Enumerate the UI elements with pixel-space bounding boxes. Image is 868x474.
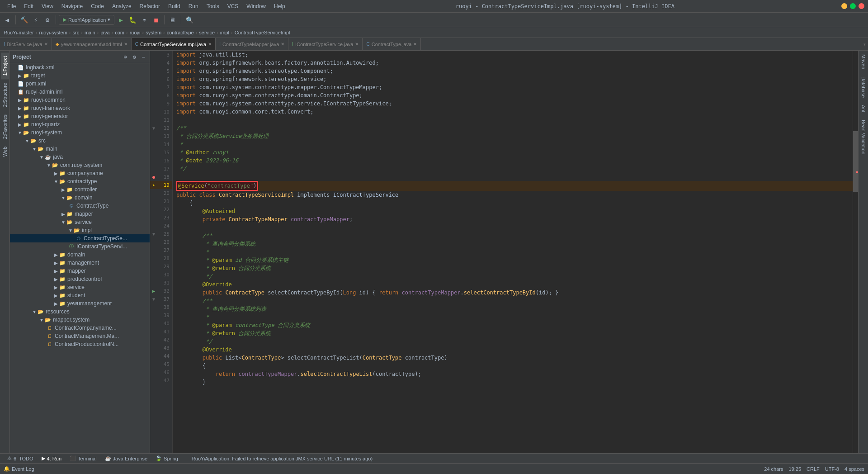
tab-dictservice[interactable]: I DictService.java ✕ — [0, 38, 52, 51]
tree-item-src[interactable]: ▼ 📂 src — [10, 137, 150, 145]
minimize-button[interactable] — [841, 3, 847, 9]
settings-button[interactable]: ⚙ — [42, 14, 53, 25]
panel-icon-settings[interactable]: ⚙ — [131, 53, 138, 61]
tab-contracttypemapper[interactable]: I ContractTypeMapper.java ✕ — [216, 38, 288, 51]
tree-item-main[interactable]: ▼ 📂 main — [10, 145, 150, 153]
sidebar-tab-favorites[interactable]: 2:Favorites — [1, 111, 9, 142]
menu-navigate[interactable]: Navigate — [58, 2, 86, 10]
tree-item-mapper2[interactable]: ▶ 📁 mapper — [10, 267, 150, 275]
rebuild-button[interactable]: ⚡ — [30, 14, 41, 25]
tree-item-mapper-system[interactable]: ▼ 📂 mapper.system — [10, 316, 150, 324]
right-tab-ant[interactable]: Ant — [859, 101, 868, 116]
tree-item-logback[interactable]: 📄 logback.xml — [10, 63, 150, 71]
maximize-button[interactable] — [850, 3, 856, 9]
tree-item-yewumanagement[interactable]: ▶ 📁 yewumanagement — [10, 299, 150, 308]
menu-help[interactable]: Help — [270, 2, 289, 10]
menu-window[interactable]: Window — [243, 2, 269, 10]
breadcrumb-ruoyi-system[interactable]: ruoyi-system — [39, 30, 67, 35]
stop-button[interactable]: ■ — [151, 14, 161, 25]
bottom-tab-terminal[interactable]: ⬛Terminal — [66, 455, 100, 462]
tab-yewumanagement[interactable]: ◆ yewumanagement\add.html ✕ — [52, 38, 132, 51]
tree-item-java[interactable]: ▼ ☕ java — [10, 153, 150, 161]
tree-item-common[interactable]: ▶ 📁 ruoyi-common — [10, 96, 150, 104]
tree-item-service2[interactable]: ▶ 📁 service — [10, 283, 150, 291]
breakpoint-icon[interactable]: ● — [151, 174, 156, 180]
breakpoint-arrow-icon[interactable]: ➤ — [151, 182, 156, 188]
tree-item-domain2[interactable]: ▶ 📁 domain — [10, 251, 150, 259]
tree-item-contractcompanyname[interactable]: 🗒 ContractCompanyname... — [10, 324, 150, 332]
status-event-log[interactable]: 🔔 Event Log — [4, 466, 34, 472]
tree-item-service[interactable]: ▼ 📂 service — [10, 218, 150, 226]
breadcrumb-java[interactable]: java — [100, 30, 109, 35]
run-button[interactable]: ▶ — [115, 14, 126, 25]
menu-vcs[interactable]: VCS — [224, 2, 242, 10]
tree-item-framework[interactable]: ▶ 📁 ruoyi-framework — [10, 104, 150, 112]
tree-item-student[interactable]: ▶ 📁 student — [10, 291, 150, 299]
tree-item-companyname[interactable]: ▶ 📁 companyname — [10, 169, 150, 177]
tree-item-contractproduct[interactable]: 🗒 ContractProductcontrolN... — [10, 340, 150, 348]
right-tab-bean-validation[interactable]: Bean Validation — [859, 116, 868, 158]
fold-icon[interactable]: ▼ — [151, 296, 156, 302]
tab-close-yewu[interactable]: ✕ — [124, 42, 127, 47]
tree-item-impl[interactable]: ▼ 📂 impl — [10, 226, 150, 234]
breadcrumb-src[interactable]: src — [73, 30, 80, 35]
menu-refactor[interactable]: Refactor — [136, 2, 164, 10]
project-tree[interactable]: 📄 logback.xml ▶ 📁 target 📄 pom.xml 📋 ruo… — [10, 63, 150, 453]
tab-close-contracttype[interactable]: ✕ — [413, 42, 417, 47]
tree-item-pom[interactable]: 📄 pom.xml — [10, 80, 150, 88]
run-config-selector[interactable]: ▶ RuoYiApplication ▾ — [59, 15, 114, 25]
breadcrumb-class[interactable]: ContractTypeServiceImpl — [235, 30, 290, 35]
tree-item-controller[interactable]: ▶ 📁 controller — [10, 185, 150, 194]
breadcrumb-ruoyi-master[interactable]: RuoYi-master — [4, 30, 34, 35]
bottom-tab-java-enterprise[interactable]: ☕Java Enterprise — [101, 455, 151, 462]
sidebar-tab-project[interactable]: 1:Project — [1, 52, 9, 79]
menu-analyze[interactable]: Analyze — [108, 2, 135, 10]
tab-close-icontract[interactable]: ✕ — [355, 42, 359, 47]
scroll-thumb[interactable] — [853, 131, 858, 192]
scroll-map[interactable] — [853, 51, 858, 453]
tree-item-management[interactable]: ▶ 📁 management — [10, 259, 150, 267]
tree-item-generator[interactable]: ▶ 📁 ruoyi-generator — [10, 112, 150, 120]
tree-item-contracttype[interactable]: ▼ 📂 contracttype — [10, 177, 150, 185]
tree-item-adminml[interactable]: 📋 ruoyi-admin.iml — [10, 88, 150, 96]
breadcrumb-system[interactable]: system — [146, 30, 161, 35]
menu-edit[interactable]: Edit — [20, 2, 37, 10]
status-indent[interactable]: 4 spaces — [844, 466, 864, 472]
breadcrumb-contracttype[interactable]: contracttype — [167, 30, 194, 35]
breadcrumb-impl[interactable]: impl — [220, 30, 229, 35]
menu-tools[interactable]: Tools — [203, 2, 223, 10]
panel-icon-add[interactable]: ⊕ — [122, 53, 129, 61]
menu-view[interactable]: View — [38, 2, 57, 10]
breadcrumb-main[interactable]: main — [85, 30, 95, 35]
tab-close-dictservice[interactable]: ✕ — [44, 42, 48, 47]
tab-overflow-button[interactable]: ▾ — [863, 41, 868, 47]
status-crlf[interactable]: CRLF — [807, 466, 820, 472]
tree-item-system[interactable]: ▼ 📂 ruoyi-system — [10, 128, 150, 137]
code-content[interactable]: import java.util.List; import org.spring… — [173, 51, 853, 453]
close-button[interactable] — [859, 3, 864, 9]
menu-code[interactable]: Code — [87, 2, 108, 10]
bottom-tab-todo[interactable]: ⚠6: TODO — [4, 455, 37, 462]
tree-item-contracttype-class[interactable]: © ContractType — [10, 202, 150, 210]
tree-item-productcontrol[interactable]: ▶ 📁 productcontrol — [10, 275, 150, 283]
bottom-tab-spring[interactable]: 🍃Spring — [152, 455, 182, 462]
fold-icon[interactable]: ▼ — [151, 231, 156, 237]
tree-item-resources[interactable]: ▼ 📂 resources — [10, 308, 150, 316]
tree-item-icontracttypeservice[interactable]: Ⓘ IContractTypeServi... — [10, 242, 150, 251]
debug-button[interactable]: 🐛 — [127, 14, 138, 25]
menu-file[interactable]: File — [4, 2, 19, 10]
right-tab-database[interactable]: Database — [859, 73, 868, 101]
run-gutter-icon[interactable]: ▶ — [151, 288, 156, 294]
tree-item-mapper[interactable]: ▶ 📁 mapper — [10, 210, 150, 218]
fold-icon[interactable]: ▼ — [151, 125, 156, 131]
right-tab-maven[interactable]: Maven — [859, 51, 868, 73]
search-everywhere-button[interactable]: 🔍 — [184, 14, 195, 25]
tree-item-quartz[interactable]: ▶ 📁 ruoyi-quartz — [10, 120, 150, 128]
menu-run[interactable]: Run — [185, 2, 202, 10]
tree-item-domain[interactable]: ▼ 📂 domain — [10, 194, 150, 202]
menu-build[interactable]: Build — [165, 2, 184, 10]
bottom-tab-run[interactable]: ▶4: Run — [38, 455, 65, 462]
status-chars[interactable]: 24 chars — [764, 466, 783, 472]
tree-item-com-ruoyi-system[interactable]: ▼ 📂 com.ruoyi.system — [10, 161, 150, 169]
menu-bar[interactable]: File Edit View Navigate Code Analyze Ref… — [4, 2, 289, 10]
